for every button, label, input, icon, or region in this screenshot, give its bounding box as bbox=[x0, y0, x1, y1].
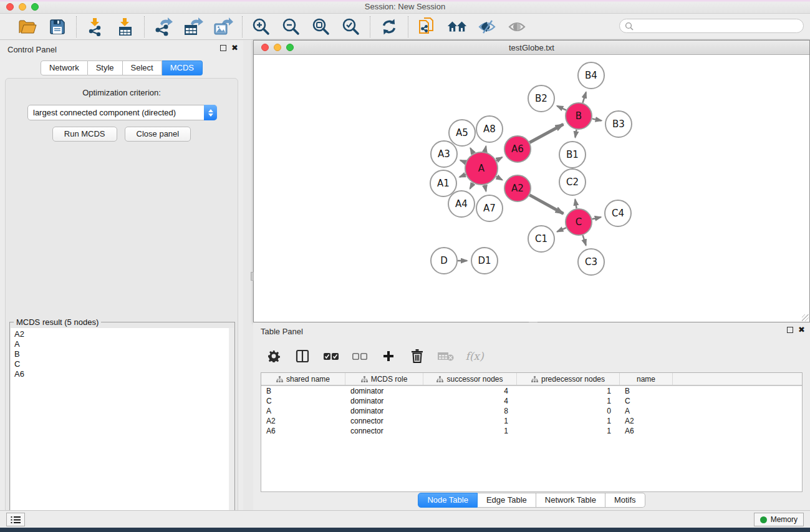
tab-node-table[interactable]: Node Table bbox=[418, 493, 478, 508]
close-panel-icon[interactable]: ✖ bbox=[231, 45, 238, 51]
edge-A-A1[interactable] bbox=[460, 175, 466, 177]
zoom-in-icon[interactable] bbox=[251, 17, 271, 37]
tab-network-table[interactable]: Network Table bbox=[536, 493, 605, 508]
tab-motifs[interactable]: Motifs bbox=[605, 493, 645, 508]
show-overview-icon[interactable] bbox=[447, 17, 467, 37]
table-cell[interactable]: 8 bbox=[423, 406, 517, 416]
zoom-out-icon[interactable] bbox=[281, 17, 301, 37]
open-file-icon[interactable] bbox=[17, 17, 37, 37]
column-header-name[interactable]: name bbox=[620, 373, 673, 385]
search-input[interactable] bbox=[634, 21, 803, 32]
edge-C-C1[interactable] bbox=[557, 228, 566, 231]
close-table-panel-icon[interactable]: ✖ bbox=[798, 327, 805, 333]
add-column-icon[interactable] bbox=[380, 348, 397, 364]
edge-A-A4[interactable] bbox=[470, 183, 473, 189]
run-mcds-button[interactable]: Run MCDS bbox=[52, 127, 117, 142]
tab-mcds[interactable]: MCDS bbox=[162, 60, 203, 75]
network-vscroll-thumb[interactable] bbox=[251, 272, 254, 281]
hide-graphics-details-icon[interactable] bbox=[477, 17, 497, 37]
edge-C-C4[interactable] bbox=[592, 217, 600, 219]
import-table-icon[interactable] bbox=[115, 17, 135, 37]
edge-A2-C[interactable] bbox=[529, 195, 563, 214]
table-cell[interactable]: 1 bbox=[517, 426, 620, 436]
table-cell[interactable]: 1 bbox=[517, 386, 620, 396]
table-cell[interactable]: 1 bbox=[517, 396, 620, 406]
table-cell[interactable]: dominator bbox=[345, 406, 423, 416]
table-cell[interactable]: A2 bbox=[261, 416, 345, 426]
table-row[interactable]: Bdominator41B bbox=[261, 386, 802, 396]
table-cell[interactable]: B bbox=[261, 386, 345, 396]
edge-A-A7[interactable] bbox=[485, 185, 486, 191]
edge-A6-B[interactable] bbox=[529, 124, 563, 142]
window-resize-grip[interactable] bbox=[802, 314, 809, 321]
table-cell[interactable]: C bbox=[261, 396, 345, 406]
network-window-titlebar[interactable]: testGlobe.txt bbox=[254, 41, 809, 55]
table-cell[interactable]: A bbox=[261, 406, 345, 416]
show-graphics-details-icon[interactable] bbox=[507, 17, 527, 37]
zoom-fit-icon[interactable] bbox=[311, 17, 331, 37]
refresh-icon[interactable] bbox=[379, 17, 399, 37]
delete-column-icon[interactable] bbox=[409, 348, 425, 364]
edge-A-A8[interactable] bbox=[485, 146, 486, 152]
edge-A-A5[interactable] bbox=[470, 148, 473, 154]
table-cell[interactable]: A6 bbox=[620, 426, 673, 436]
network-graph[interactable]: AA6A2BCA1A3A4A5A7A8B1B2B3B4C1C2C3C4DD1 bbox=[254, 55, 809, 322]
select-all-icon[interactable] bbox=[323, 348, 339, 364]
task-history-button[interactable] bbox=[6, 513, 25, 526]
mcds-result-item[interactable]: A bbox=[14, 339, 234, 349]
edge-A-A2[interactable] bbox=[496, 177, 503, 180]
float-panel-icon[interactable] bbox=[220, 45, 226, 51]
column-header-predecessor-nodes[interactable]: predecessor nodes bbox=[517, 373, 620, 385]
show-column-icon[interactable] bbox=[294, 348, 311, 364]
column-header-shared-name[interactable]: shared name bbox=[261, 373, 345, 385]
table-row[interactable]: Adominator80A bbox=[261, 406, 802, 416]
clone-network-icon[interactable] bbox=[417, 17, 437, 37]
export-network-icon[interactable] bbox=[153, 17, 173, 37]
table-cell[interactable]: 1 bbox=[423, 416, 517, 426]
edge-B-B3[interactable] bbox=[592, 118, 602, 120]
export-image-icon[interactable] bbox=[213, 17, 233, 37]
table-options-icon[interactable] bbox=[266, 348, 282, 364]
mcds-result-item[interactable]: C bbox=[14, 359, 234, 369]
tab-edge-table[interactable]: Edge Table bbox=[478, 493, 536, 508]
mcds-result-list[interactable]: A2ABCA6 bbox=[11, 328, 234, 532]
memory-button[interactable]: Memory bbox=[754, 513, 804, 526]
table-cell[interactable]: dominator bbox=[345, 396, 423, 406]
table-cell[interactable]: A2 bbox=[620, 416, 673, 426]
edge-B-B1[interactable] bbox=[575, 130, 576, 138]
table-cell[interactable]: connector bbox=[345, 416, 423, 426]
close-panel-button[interactable]: Close panel bbox=[125, 127, 191, 142]
search-field[interactable] bbox=[619, 19, 804, 33]
criterion-dropdown[interactable]: largest connected component (directed) bbox=[27, 105, 217, 120]
table-cell[interactable]: 0 bbox=[517, 406, 620, 416]
table-cell[interactable]: A6 bbox=[261, 426, 345, 436]
table-cell[interactable]: 1 bbox=[423, 426, 517, 436]
tab-network[interactable]: Network bbox=[41, 60, 88, 75]
table-cell[interactable]: 1 bbox=[517, 416, 620, 426]
table-cell[interactable]: 4 bbox=[423, 396, 517, 406]
table-row[interactable]: A6connector11A6 bbox=[261, 426, 802, 436]
import-network-icon[interactable] bbox=[85, 17, 105, 37]
table-row[interactable]: Cdominator41C bbox=[261, 396, 802, 406]
zoom-selected-icon[interactable] bbox=[341, 17, 361, 37]
edge-C-C2[interactable] bbox=[575, 200, 576, 209]
edge-B-B2[interactable] bbox=[557, 106, 566, 110]
mcds-result-item[interactable]: A2 bbox=[14, 329, 234, 339]
table-cell[interactable]: dominator bbox=[345, 386, 423, 396]
tab-style[interactable]: Style bbox=[88, 60, 123, 75]
table-cell[interactable]: B bbox=[620, 386, 673, 396]
column-header-MCDS-role[interactable]: MCDS role bbox=[345, 373, 423, 385]
table-cell[interactable]: C bbox=[620, 396, 673, 406]
mcds-result-item[interactable]: B bbox=[14, 349, 234, 359]
deselect-all-icon[interactable] bbox=[352, 348, 368, 364]
edge-A-A3[interactable] bbox=[460, 160, 466, 162]
table-cell[interactable]: 4 bbox=[423, 386, 517, 396]
edge-B-B4[interactable] bbox=[582, 92, 586, 103]
column-header-successor-nodes[interactable]: successor nodes bbox=[423, 373, 517, 385]
tab-select[interactable]: Select bbox=[123, 60, 162, 75]
mcds-result-item[interactable]: A6 bbox=[14, 369, 234, 379]
network-canvas[interactable]: AA6A2BCA1A3A4A5A7A8B1B2B3B4C1C2C3C4DD1 bbox=[254, 55, 809, 322]
edge-A-A6[interactable] bbox=[496, 157, 502, 160]
table-cell[interactable]: connector bbox=[345, 426, 423, 436]
edge-C-C3[interactable] bbox=[583, 235, 586, 245]
